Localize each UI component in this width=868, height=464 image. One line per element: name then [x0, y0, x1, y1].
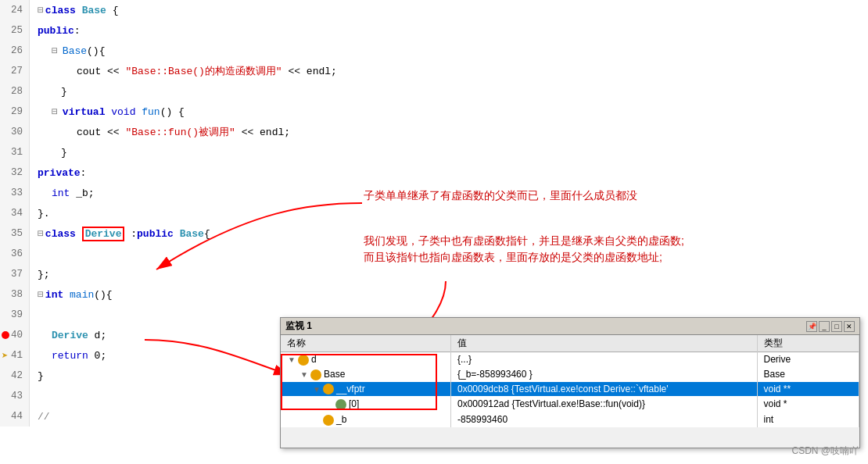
watch-cell-name-3: [0]	[281, 396, 451, 412]
watch-cell-name-0: ▼d	[281, 352, 451, 367]
line-content-35: ⊟class Derive :public Base{	[30, 223, 210, 244]
line-number-27: 27	[0, 61, 30, 81]
watch-table-body: ▼d{...}Derive▼Base{_b=-858993460 }Base▼_…	[281, 352, 859, 428]
line-number-34: 34	[0, 203, 30, 223]
watch-title: 监视 1	[285, 319, 312, 333]
watch-table-header: 名称 值 类型	[281, 335, 859, 352]
code-line-24: 24 ⊟class Base {	[0, 0, 868, 20]
watch-cell-value-0: {...}	[451, 352, 758, 367]
watch-cell-name-1: ▼Base	[281, 367, 451, 382]
minimize-button[interactable]: _	[819, 321, 830, 332]
line-content-44: //	[30, 406, 56, 427]
watch-cell-type-4: int	[757, 412, 859, 427]
code-line-31: 31 }	[0, 142, 868, 162]
line-content-37: };	[30, 264, 50, 284]
line-number-42: 42	[0, 366, 30, 386]
line-content-25: public:	[30, 20, 81, 41]
line-content-40: Derive d;	[30, 325, 106, 345]
code-line-33: 33 int _b;	[0, 183, 868, 203]
line-number-41: ➤ 41	[0, 345, 30, 366]
code-line-38: 38 ⊟int main(){	[0, 284, 868, 305]
line-content-32: private:	[30, 162, 86, 183]
line-number-33: 33	[0, 183, 30, 203]
line-number-30: 30	[0, 122, 30, 142]
line-number-35: 35	[0, 223, 30, 244]
code-line-28: 28 }	[0, 81, 868, 102]
watch-cell-type-3: void *	[757, 396, 859, 412]
line-content-29: ⊟virtual void fun() {	[30, 102, 185, 122]
code-line-34: 34 }.	[0, 203, 868, 223]
line-number-28: 28	[0, 81, 30, 102]
line-number-25: 25	[0, 20, 30, 41]
col-type: 类型	[757, 335, 859, 352]
maximize-button[interactable]: □	[831, 321, 842, 332]
watch-cell-value-2: 0x0009dcb8 {TestVirtual.exe!const Derive…	[451, 382, 758, 397]
watch-cell-value-3: 0x000912ad {TestVirtual.exe!Base::fun(vo…	[451, 396, 758, 412]
line-content-43	[30, 386, 38, 406]
code-line-35: 35 ⊟class Derive :public Base{	[0, 223, 868, 244]
watch-content: 名称 值 类型 ▼d{...}Derive▼Base{_b=-858993460…	[281, 335, 859, 448]
line-number-31: 31	[0, 142, 30, 162]
line-number-32: 32	[0, 162, 30, 183]
watch-cell-value-1: {_b=-858993460 }	[451, 367, 758, 382]
code-line-37: 37 };	[0, 264, 868, 284]
watch-cell-type-1: Base	[757, 367, 859, 382]
code-line-27: 27 cout << "Base::Base()的构造函数调用" << endl…	[0, 61, 868, 81]
line-number-39: 39	[0, 305, 30, 325]
watch-table: 名称 值 类型 ▼d{...}Derive▼Base{_b=-858993460…	[281, 335, 859, 427]
watch-row-2[interactable]: ▼__vfptr0x0009dcb8 {TestVirtual.exe!cons…	[281, 382, 859, 397]
watch-row-0[interactable]: ▼d{...}Derive	[281, 352, 859, 367]
line-number-40: 40	[0, 325, 30, 345]
line-number-36: 36	[0, 244, 30, 264]
line-number-37: 37	[0, 264, 30, 284]
line-content-31: }	[30, 142, 67, 162]
line-content-38: ⊟int main(){	[30, 284, 113, 305]
line-number-44: 44	[0, 406, 30, 427]
watch-cell-name-4: _b	[281, 412, 451, 427]
code-line-29: 29 ⊟virtual void fun() {	[0, 102, 868, 122]
col-value: 值	[451, 335, 758, 352]
code-line-26: 26 ⊟Base(){	[0, 41, 868, 61]
line-content-33: int _b;	[30, 183, 95, 203]
watch-row-4[interactable]: _b-858993460int	[281, 412, 859, 427]
code-line-36: 36	[0, 244, 868, 264]
line-number-43: 43	[0, 386, 30, 406]
col-name: 名称	[281, 335, 451, 352]
line-content-26: ⊟Base(){	[30, 41, 105, 61]
code-line-32: 32 private:	[0, 162, 868, 183]
window-controls: 📌 _ □ ✕	[806, 321, 855, 332]
line-number-29: 29	[0, 102, 30, 122]
watch-title-bar: 监视 1 📌 _ □ ✕	[281, 318, 859, 335]
code-line-30: 30 cout << "Base::fun()被调用" << endl;	[0, 122, 868, 142]
close-button[interactable]: ✕	[844, 321, 855, 332]
watch-cell-type-0: Derive	[757, 352, 859, 367]
line-content-24: ⊟class Base {	[30, 0, 118, 20]
watch-cell-value-4: -858993460	[451, 412, 758, 427]
line-content-39	[30, 305, 38, 325]
watch-cell-name-2: ▼__vfptr	[281, 382, 451, 397]
line-content-27: cout << "Base::Base()的构造函数调用" << endl;	[30, 61, 337, 81]
editor-area: 24 ⊟class Base { 25 public: 26 ⊟Base(){ …	[0, 0, 868, 464]
line-content-41: return 0;	[30, 345, 106, 366]
line-number-26: 26	[0, 41, 30, 61]
line-content-30: cout << "Base::fun()被调用" << endl;	[30, 122, 290, 142]
watch-row-3[interactable]: [0]0x000912ad {TestVirtual.exe!Base::fun…	[281, 396, 859, 412]
line-number-38: 38	[0, 284, 30, 305]
watch-row-1[interactable]: ▼Base{_b=-858993460 }Base	[281, 367, 859, 382]
csdn-watermark: CSDN @吱喃吖	[791, 444, 859, 458]
code-line-25: 25 public:	[0, 20, 868, 41]
line-content-36	[30, 244, 38, 264]
line-number-24: 24	[0, 0, 30, 20]
watch-panel[interactable]: 监视 1 📌 _ □ ✕ 名称 值 类型 ▼d{...}Derive▼Base{…	[280, 317, 860, 448]
line-content-42: }	[30, 366, 44, 386]
watch-cell-type-2: void **	[757, 382, 859, 397]
pin-button[interactable]: 📌	[806, 321, 817, 332]
line-content-28: }	[30, 81, 67, 102]
line-content-34: }.	[30, 203, 50, 223]
